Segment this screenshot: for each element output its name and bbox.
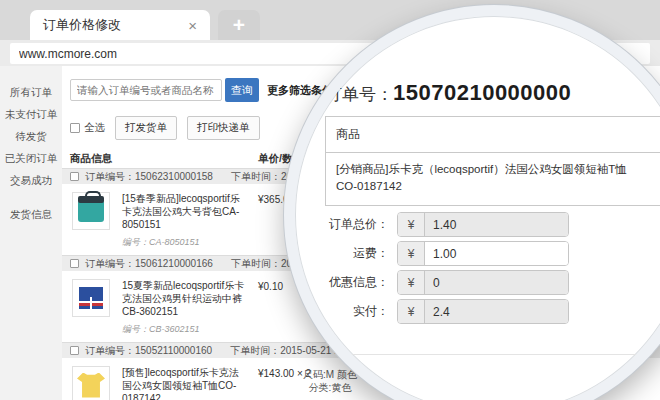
order-time-label: 下单时间： [230,344,280,358]
order-checkbox[interactable] [70,172,79,181]
sidebar-item-shipping-info[interactable]: 发货信息 [0,204,62,226]
sidebar-item-to-ship[interactable]: 待发货 [0,126,62,148]
print-delivery-button[interactable]: 打发货单 [115,116,177,140]
discount-input[interactable] [425,271,568,294]
sku-value: CB-3602151 [149,324,200,334]
sidebar-item-closed-orders[interactable]: 已关闭订单 [0,148,62,170]
tab-title: 订单价格修改 [43,16,121,34]
order-no-label: 订单号： [325,85,393,104]
product-image [72,279,110,317]
order-time-label: 下单时间： [231,170,281,184]
select-all-checkbox[interactable] [70,123,80,133]
product-image [72,192,110,230]
order-no-label: 订单编号： [85,170,135,184]
tshirt-icon [77,373,105,398]
order-no: 15070210000000 [393,80,571,105]
sidebar-item-unpaid-orders[interactable]: 未支付订单 [0,104,62,126]
magnifier-content: 订单号：15070210000000 商品 [分销商品]乐卡克（lecoqspo… [295,16,660,400]
actual-paid-label: 实付： [323,303,389,320]
print-express-button[interactable]: 打印快递单 [187,116,260,140]
product-title[interactable]: [预售]lecoqsportif乐卡克法国公鸡女圆领短袖T恤CO-0187142 [122,366,246,400]
column-product-info: 商品信息 [70,152,112,166]
product-column-header: 商品 [326,117,660,153]
plus-icon: + [233,13,245,37]
actual-paid-input[interactable] [425,300,568,323]
product-title[interactable]: 15夏季新品lecoqsportif乐卡克法国公鸡男针织运动中裤CB-36021… [122,279,246,318]
currency-symbol: ¥ [398,242,425,265]
order-total-input[interactable] [425,213,568,236]
sidebar-item-all-orders[interactable]: 所有订单 [0,82,62,104]
product-attrs: 尺码:M 颜色分类:黄色 [300,368,360,394]
magnified-product-table: 商品 [分销商品]乐卡克（lecoqsportif）法国公鸡女圆领短袖T恤CO-… [325,116,660,206]
order-checkbox[interactable] [70,346,79,355]
order-time-label: 下单时间： [231,257,281,271]
shorts-icon [79,287,103,309]
product-title: [分销商品]乐卡克（lecoqsportif）法国公鸡女圆领短袖T恤CO-018… [326,153,656,205]
sku-value: CA-8050151 [149,237,200,247]
currency-symbol: ¥ [398,213,425,236]
order-no: 15052110000160 [135,345,212,356]
search-button[interactable]: 查询 [225,78,259,102]
close-icon[interactable]: × [188,18,197,33]
product-image [72,366,110,400]
product-title[interactable]: [15春季新品]lecoqsportif乐卡克法国公鸡大号背包CA-805015… [122,192,246,231]
form-row-discount: 优惠信息： ¥ [323,270,569,295]
search-input[interactable] [70,79,222,101]
order-no: 15062310000158 [135,171,213,182]
select-all-label: 全选 [84,121,105,135]
divider [323,354,660,355]
page: 订单价格修改 × + 所有订单 未支付订单 待发货 已关闭订单 交易成功 发货信… [0,0,660,400]
shipping-fee-label: 运费： [323,245,389,262]
order-total-label: 订单总价： [323,216,389,233]
currency-symbol: ¥ [398,271,425,294]
product-price: ¥0.10 [258,281,283,292]
browser-tab[interactable]: 订单价格修改 × [30,10,210,40]
form-row-shipping-fee: 运费： ¥ [323,241,569,266]
sidebar-item-completed[interactable]: 交易成功 [0,170,62,192]
order-checkbox[interactable] [70,259,79,268]
order-no-label: 订单编号： [85,257,135,271]
shipping-fee-input[interactable] [425,242,568,265]
order-no: 15061210000166 [135,258,213,269]
price-edit-form: 订单总价： ¥ 运费： ¥ 优惠信息： ¥ [323,212,569,324]
bag-icon [78,200,104,222]
sidebar: 所有订单 未支付订单 待发货 已关闭订单 交易成功 发货信息 [0,66,62,400]
order-no-label: 订单编号： [85,344,135,358]
form-row-order-total: 订单总价： ¥ [323,212,569,237]
form-row-actual-paid: 实付： ¥ [323,299,569,324]
sku-label: 编号： [122,237,149,247]
magnified-order-title: 订单号：15070210000000 [325,80,571,106]
discount-label: 优惠信息： [323,274,389,291]
currency-symbol: ¥ [398,300,425,323]
new-tab-button[interactable]: + [218,10,260,40]
sku-label: 编号： [122,324,149,334]
